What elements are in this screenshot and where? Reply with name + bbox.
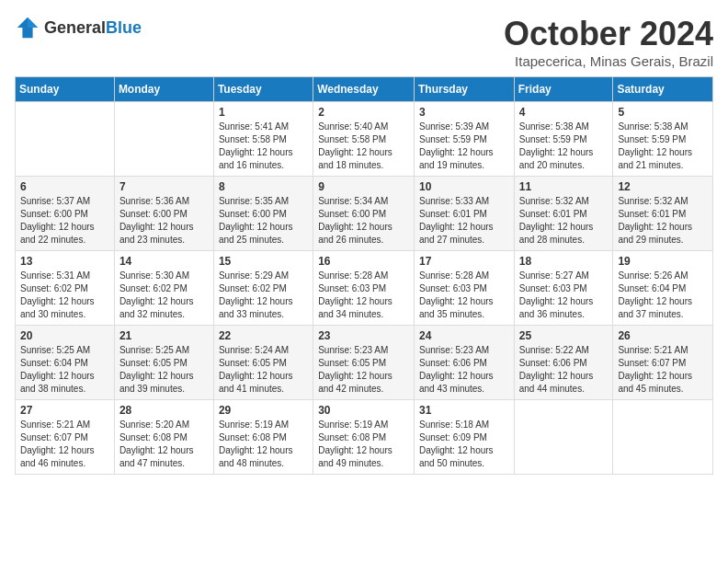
day-info: Sunrise: 5:35 AMSunset: 6:00 PMDaylight:… bbox=[219, 195, 308, 247]
calendar-cell: 24Sunrise: 5:23 AMSunset: 6:06 PMDayligh… bbox=[414, 326, 514, 400]
calendar-cell: 27Sunrise: 5:21 AMSunset: 6:07 PMDayligh… bbox=[16, 400, 115, 475]
day-info: Sunrise: 5:38 AMSunset: 5:59 PMDaylight:… bbox=[519, 121, 609, 172]
day-number: 6 bbox=[20, 180, 109, 193]
calendar-cell: 12Sunrise: 5:32 AMSunset: 6:01 PMDayligh… bbox=[613, 177, 713, 251]
day-number: 10 bbox=[419, 180, 509, 193]
calendar-cell: 20Sunrise: 5:25 AMSunset: 6:04 PMDayligh… bbox=[16, 326, 115, 400]
day-number: 21 bbox=[119, 329, 209, 342]
calendar-cell: 10Sunrise: 5:33 AMSunset: 6:01 PMDayligh… bbox=[414, 177, 514, 251]
day-number: 3 bbox=[419, 106, 509, 119]
day-number: 23 bbox=[318, 329, 409, 342]
day-info: Sunrise: 5:40 AMSunset: 5:58 PMDaylight:… bbox=[318, 121, 409, 172]
day-number: 11 bbox=[519, 180, 609, 193]
logo-general: General bbox=[44, 18, 106, 37]
day-info: Sunrise: 5:21 AMSunset: 6:07 PMDaylight:… bbox=[20, 419, 109, 470]
day-info: Sunrise: 5:39 AMSunset: 5:59 PMDaylight:… bbox=[419, 121, 509, 172]
day-number: 7 bbox=[119, 180, 209, 193]
logo-icon bbox=[15, 15, 40, 40]
calendar-cell: 19Sunrise: 5:26 AMSunset: 6:04 PMDayligh… bbox=[613, 251, 713, 326]
day-info: Sunrise: 5:37 AMSunset: 6:00 PMDaylight:… bbox=[20, 195, 109, 247]
calendar-cell: 15Sunrise: 5:29 AMSunset: 6:02 PMDayligh… bbox=[213, 251, 313, 326]
day-number: 17 bbox=[419, 255, 509, 268]
calendar-cell: 2Sunrise: 5:40 AMSunset: 5:58 PMDaylight… bbox=[313, 102, 415, 177]
day-info: Sunrise: 5:19 AMSunset: 6:08 PMDaylight:… bbox=[219, 419, 308, 470]
week-row-4: 20Sunrise: 5:25 AMSunset: 6:04 PMDayligh… bbox=[16, 326, 713, 400]
calendar-header: SundayMondayTuesdayWednesdayThursdayFrid… bbox=[16, 77, 713, 102]
day-number: 9 bbox=[318, 180, 409, 193]
day-number: 15 bbox=[219, 255, 308, 268]
calendar-cell: 4Sunrise: 5:38 AMSunset: 5:59 PMDaylight… bbox=[514, 102, 613, 177]
calendar-cell: 1Sunrise: 5:41 AMSunset: 5:58 PMDaylight… bbox=[213, 102, 313, 177]
calendar-cell: 7Sunrise: 5:36 AMSunset: 6:00 PMDaylight… bbox=[114, 177, 213, 251]
header-wednesday: Wednesday bbox=[313, 77, 415, 102]
calendar-cell: 23Sunrise: 5:23 AMSunset: 6:05 PMDayligh… bbox=[313, 326, 415, 400]
header-tuesday: Tuesday bbox=[213, 77, 313, 102]
day-info: Sunrise: 5:26 AMSunset: 6:04 PMDaylight:… bbox=[618, 270, 708, 321]
day-info: Sunrise: 5:23 AMSunset: 6:05 PMDaylight:… bbox=[318, 344, 409, 396]
day-info: Sunrise: 5:22 AMSunset: 6:06 PMDaylight:… bbox=[519, 344, 609, 396]
location-title: Itapecerica, Minas Gerais, Brazil bbox=[504, 53, 713, 69]
day-number: 18 bbox=[519, 255, 609, 268]
day-number: 22 bbox=[219, 329, 308, 342]
day-info: Sunrise: 5:28 AMSunset: 6:03 PMDaylight:… bbox=[318, 270, 409, 321]
day-number: 16 bbox=[318, 255, 409, 268]
header-monday: Monday bbox=[114, 77, 213, 102]
calendar-cell: 14Sunrise: 5:30 AMSunset: 6:02 PMDayligh… bbox=[114, 251, 213, 326]
day-number: 5 bbox=[618, 106, 708, 119]
calendar-cell: 8Sunrise: 5:35 AMSunset: 6:00 PMDaylight… bbox=[213, 177, 313, 251]
day-number: 8 bbox=[219, 180, 308, 193]
day-info: Sunrise: 5:36 AMSunset: 6:00 PMDaylight:… bbox=[119, 195, 209, 247]
day-number: 29 bbox=[219, 404, 308, 417]
calendar-cell: 18Sunrise: 5:27 AMSunset: 6:03 PMDayligh… bbox=[514, 251, 613, 326]
logo: GeneralBlue bbox=[15, 15, 142, 40]
calendar-cell bbox=[114, 102, 213, 177]
day-number: 13 bbox=[20, 255, 109, 268]
day-info: Sunrise: 5:21 AMSunset: 6:07 PMDaylight:… bbox=[618, 344, 708, 396]
day-number: 24 bbox=[419, 329, 509, 342]
calendar-cell: 17Sunrise: 5:28 AMSunset: 6:03 PMDayligh… bbox=[414, 251, 514, 326]
day-number: 25 bbox=[519, 329, 609, 342]
week-row-3: 13Sunrise: 5:31 AMSunset: 6:02 PMDayligh… bbox=[16, 251, 713, 326]
day-info: Sunrise: 5:23 AMSunset: 6:06 PMDaylight:… bbox=[419, 344, 509, 396]
month-title: October 2024 bbox=[504, 15, 713, 53]
day-info: Sunrise: 5:20 AMSunset: 6:08 PMDaylight:… bbox=[119, 419, 209, 470]
day-number: 28 bbox=[119, 404, 209, 417]
day-info: Sunrise: 5:41 AMSunset: 5:58 PMDaylight:… bbox=[219, 121, 308, 172]
calendar-cell: 25Sunrise: 5:22 AMSunset: 6:06 PMDayligh… bbox=[514, 326, 613, 400]
calendar-cell: 9Sunrise: 5:34 AMSunset: 6:00 PMDaylight… bbox=[313, 177, 415, 251]
day-number: 2 bbox=[318, 106, 409, 119]
calendar-cell: 26Sunrise: 5:21 AMSunset: 6:07 PMDayligh… bbox=[613, 326, 713, 400]
day-info: Sunrise: 5:24 AMSunset: 6:05 PMDaylight:… bbox=[219, 344, 308, 396]
header-sunday: Sunday bbox=[16, 77, 115, 102]
day-info: Sunrise: 5:30 AMSunset: 6:02 PMDaylight:… bbox=[119, 270, 209, 321]
calendar-table: SundayMondayTuesdayWednesdayThursdayFrid… bbox=[15, 76, 713, 475]
day-number: 14 bbox=[119, 255, 209, 268]
day-info: Sunrise: 5:28 AMSunset: 6:03 PMDaylight:… bbox=[419, 270, 509, 321]
calendar-cell: 6Sunrise: 5:37 AMSunset: 6:00 PMDaylight… bbox=[16, 177, 115, 251]
header-row: SundayMondayTuesdayWednesdayThursdayFrid… bbox=[16, 77, 713, 102]
calendar-cell: 21Sunrise: 5:25 AMSunset: 6:05 PMDayligh… bbox=[114, 326, 213, 400]
calendar-cell: 13Sunrise: 5:31 AMSunset: 6:02 PMDayligh… bbox=[16, 251, 115, 326]
title-block: October 2024 Itapecerica, Minas Gerais, … bbox=[504, 15, 713, 69]
calendar-cell: 28Sunrise: 5:20 AMSunset: 6:08 PMDayligh… bbox=[114, 400, 213, 475]
week-row-2: 6Sunrise: 5:37 AMSunset: 6:00 PMDaylight… bbox=[16, 177, 713, 251]
day-number: 30 bbox=[318, 404, 409, 417]
header-friday: Friday bbox=[514, 77, 613, 102]
day-info: Sunrise: 5:33 AMSunset: 6:01 PMDaylight:… bbox=[419, 195, 509, 247]
calendar-cell: 31Sunrise: 5:18 AMSunset: 6:09 PMDayligh… bbox=[414, 400, 514, 475]
calendar-cell: 16Sunrise: 5:28 AMSunset: 6:03 PMDayligh… bbox=[313, 251, 415, 326]
header-thursday: Thursday bbox=[414, 77, 514, 102]
day-info: Sunrise: 5:29 AMSunset: 6:02 PMDaylight:… bbox=[219, 270, 308, 321]
day-info: Sunrise: 5:19 AMSunset: 6:08 PMDaylight:… bbox=[318, 419, 409, 470]
calendar-cell: 22Sunrise: 5:24 AMSunset: 6:05 PMDayligh… bbox=[213, 326, 313, 400]
calendar-cell: 3Sunrise: 5:39 AMSunset: 5:59 PMDaylight… bbox=[414, 102, 514, 177]
week-row-5: 27Sunrise: 5:21 AMSunset: 6:07 PMDayligh… bbox=[16, 400, 713, 475]
day-info: Sunrise: 5:32 AMSunset: 6:01 PMDaylight:… bbox=[618, 195, 708, 247]
day-number: 31 bbox=[419, 404, 509, 417]
calendar-cell: 29Sunrise: 5:19 AMSunset: 6:08 PMDayligh… bbox=[213, 400, 313, 475]
day-info: Sunrise: 5:25 AMSunset: 6:05 PMDaylight:… bbox=[119, 344, 209, 396]
calendar-cell: 30Sunrise: 5:19 AMSunset: 6:08 PMDayligh… bbox=[313, 400, 415, 475]
calendar-cell bbox=[514, 400, 613, 475]
svg-marker-1 bbox=[28, 17, 38, 28]
page-header: GeneralBlue October 2024 Itapecerica, Mi… bbox=[15, 15, 713, 69]
